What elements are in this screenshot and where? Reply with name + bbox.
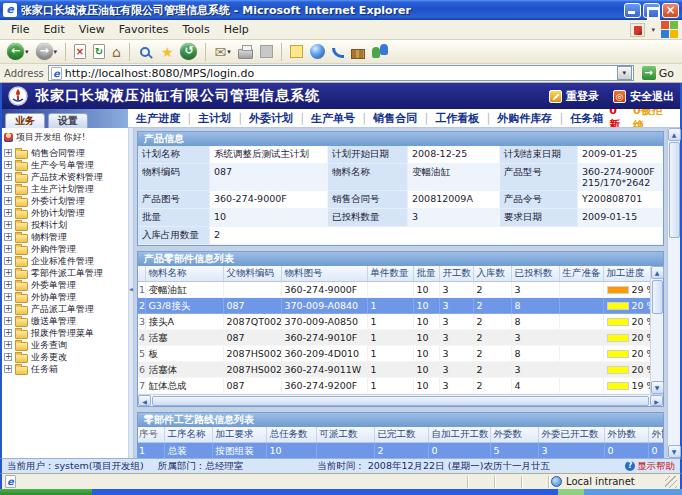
sidebar-item[interactable]: 外协计划管理 <box>4 207 128 219</box>
column-header[interactable]: 批量 <box>413 266 439 282</box>
column-header[interactable]: 生产准备 <box>559 266 603 282</box>
column-header[interactable]: 外委已开工数 <box>538 427 604 443</box>
expand-icon[interactable] <box>4 329 12 337</box>
expand-icon[interactable] <box>4 353 12 361</box>
sidebar-item[interactable]: 零部件派工单管理 <box>4 267 128 279</box>
expand-icon[interactable] <box>4 233 12 241</box>
history-button[interactable]: ↺ <box>178 42 199 61</box>
route-row[interactable]: 1总装按图组装10205300 <box>138 443 663 459</box>
expand-icon[interactable] <box>4 305 12 313</box>
expand-icon[interactable] <box>4 245 12 253</box>
column-header[interactable]: 开工数 <box>439 266 473 282</box>
sidebar-item[interactable]: 生产令号单管理 <box>4 159 128 171</box>
sidebar-item[interactable]: 报废件管理菜单 <box>4 327 128 339</box>
sidebar-item[interactable]: 业务查询 <box>4 339 128 351</box>
messenger-arrow-button[interactable] <box>330 44 346 59</box>
parts-row[interactable]: 5板2087HS002360-209-4D01011032820 % <box>138 346 650 362</box>
expand-icon[interactable] <box>4 257 12 265</box>
sidebar-item[interactable]: 外委计划管理 <box>4 195 128 207</box>
sidebar-item[interactable]: 主生产计划管理 <box>4 183 128 195</box>
print-button[interactable] <box>236 43 255 60</box>
msn-messenger-button[interactable] <box>370 43 391 60</box>
expand-icon[interactable] <box>4 173 12 181</box>
menu-item-edit[interactable]: Edit <box>36 21 71 38</box>
page-scrollbar[interactable] <box>667 128 680 458</box>
menu-item-view[interactable]: View <box>72 21 112 38</box>
sidebar-item[interactable]: 物料管理 <box>4 231 128 243</box>
start-button-edge[interactable] <box>0 489 92 495</box>
forward-button[interactable]: →▾ <box>34 42 60 61</box>
favorites-button[interactable]: ★ <box>159 43 176 61</box>
resize-grip[interactable] <box>665 476 677 488</box>
research-button[interactable] <box>349 44 367 60</box>
expand-icon[interactable] <box>4 341 12 349</box>
tab-settings[interactable]: 设置 <box>48 113 88 128</box>
expand-icon[interactable] <box>4 161 12 169</box>
mail-button[interactable]: ✉▾ <box>212 43 232 61</box>
expand-icon[interactable] <box>4 221 12 229</box>
sidebar-item[interactable]: 销售合同管理 <box>4 147 128 159</box>
maximize-button[interactable] <box>643 3 660 18</box>
sidebar-item[interactable]: 产品技术资料管理 <box>4 171 128 183</box>
logout-button[interactable]: 安全退出 <box>613 89 674 104</box>
expand-icon[interactable] <box>4 209 12 217</box>
go-button[interactable]: Go <box>638 66 678 80</box>
edit-button[interactable] <box>258 44 275 59</box>
column-header[interactable]: 序号 <box>138 427 164 443</box>
address-dropdown-icon[interactable]: ▾ <box>617 66 632 80</box>
close-button[interactable] <box>662 3 679 18</box>
show-help-link[interactable]: 显示帮助 <box>625 460 675 473</box>
parts-row[interactable]: 7缸体总成087360-274-9200F11032419 % <box>138 378 650 394</box>
notes-button[interactable] <box>288 44 305 59</box>
parts-row[interactable]: 1变幅油缸360-274-9000F1032329 % <box>138 282 650 298</box>
column-header[interactable]: 物料名称 <box>145 266 223 282</box>
web-media-button[interactable] <box>308 43 327 60</box>
column-header[interactable]: 自加工开工数 <box>428 427 490 443</box>
column-header[interactable]: 外委数 <box>490 427 538 443</box>
scroll-thumb[interactable] <box>652 280 663 314</box>
column-header[interactable]: 单件数量 <box>367 266 413 282</box>
parts-row[interactable]: 4活塞087360-274-9010F11032320 % <box>138 330 650 346</box>
sidebar-item[interactable]: 业务更改 <box>4 351 128 363</box>
parts-vertical-scrollbar[interactable] <box>650 266 663 394</box>
expand-icon[interactable] <box>4 281 12 289</box>
sidebar-item[interactable]: 投料计划 <box>4 219 128 231</box>
expand-icon[interactable] <box>4 197 12 205</box>
addon-icon[interactable] <box>630 23 645 37</box>
parts-row[interactable]: 3接头A2087QT002370-009-A085011032820 % <box>138 314 650 330</box>
home-button[interactable]: ⌂ <box>110 43 123 61</box>
sidebar-item[interactable]: 企业标准件管理 <box>4 255 128 267</box>
expand-icon[interactable] <box>4 293 12 301</box>
scroll-down-icon[interactable] <box>651 381 664 394</box>
column-header[interactable]: 入库数 <box>473 266 511 282</box>
address-input[interactable] <box>65 67 614 80</box>
sidebar-collapse-handle[interactable] <box>128 128 134 458</box>
stop-button[interactable]: × <box>72 43 88 60</box>
sidebar-item[interactable]: 缴送单管理 <box>4 315 128 327</box>
tab-business[interactable]: 业务 <box>5 113 45 128</box>
column-header[interactable]: 工序名称 <box>164 427 212 443</box>
menu-item-help[interactable]: Help <box>217 21 256 38</box>
page-scroll-up-icon[interactable] <box>668 128 681 141</box>
nav-item-taskbox[interactable]: 任务箱 <box>570 111 603 126</box>
nav-item[interactable]: 销售合同 <box>373 111 417 126</box>
column-header[interactable]: 加工进度 <box>603 266 650 282</box>
scroll-up-icon[interactable] <box>651 266 664 279</box>
nav-item[interactable]: 生产单号 <box>311 111 355 126</box>
nav-item[interactable]: 主计划 <box>198 111 231 126</box>
sidebar-item[interactable]: 任务箱 <box>4 363 128 375</box>
expand-icon[interactable] <box>4 317 12 325</box>
scroll-left-icon[interactable] <box>138 395 151 406</box>
relogin-button[interactable]: 重登录 <box>549 89 599 104</box>
sidebar-item[interactable]: 外委单管理 <box>4 279 128 291</box>
nav-item[interactable]: 生产进度 <box>136 111 180 126</box>
refresh-button[interactable]: ↻ <box>91 43 107 60</box>
parts-horizontal-scrollbar[interactable] <box>138 394 663 406</box>
column-header[interactable]: 已投料数 <box>511 266 559 282</box>
column-header[interactable]: 总任务数 <box>266 427 316 443</box>
column-header[interactable]: 加工要求 <box>212 427 266 443</box>
page-scroll-thumb[interactable] <box>669 142 680 238</box>
scroll-right-icon[interactable] <box>650 395 663 406</box>
expand-icon[interactable] <box>4 185 12 193</box>
search-button[interactable] <box>136 44 156 60</box>
